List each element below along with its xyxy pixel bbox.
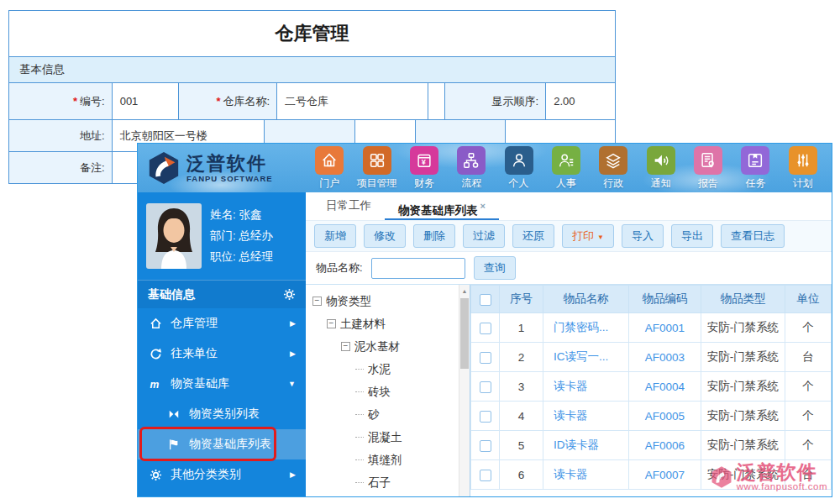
item-code-link[interactable]: AF0007 bbox=[645, 469, 685, 481]
sidebar-item-material-category-list[interactable]: 物资类别列表 bbox=[138, 399, 306, 429]
delete-button[interactable]: 删除 bbox=[413, 224, 455, 248]
sidebar-menu: 仓库管理 ▶ 往来单位 ▶ m 物资基础库 ▼ bbox=[138, 308, 306, 496]
item-name-input[interactable] bbox=[371, 258, 465, 279]
home-icon bbox=[315, 146, 344, 175]
nav-item-finance[interactable]: ¥ 财务 bbox=[402, 146, 446, 191]
table-row: 1 门禁密码... AF0001 安防-门禁系统 个 bbox=[471, 313, 832, 343]
tree-item-material-type[interactable]: −物资类型 bbox=[306, 290, 470, 312]
nav-item-project-management[interactable]: 项目管理 bbox=[355, 146, 399, 191]
user-title: 职位: 总经理 bbox=[210, 249, 273, 265]
item-name-link[interactable]: 门禁密码... bbox=[554, 321, 608, 333]
item-type-cell: 安防-门禁系统 bbox=[701, 431, 785, 460]
table-row: 4 读卡器 AF0005 安防-门禁系统 个 bbox=[471, 402, 832, 431]
scrollbar-thumb[interactable] bbox=[460, 298, 469, 369]
form-spacer-cell bbox=[428, 83, 445, 119]
main-panel: 日常工作 物资基础库列表× 新增 修改 删除 过滤 还原 打印▼ 导入 导出 查… bbox=[306, 192, 832, 496]
tree-item-cement[interactable]: 水泥 bbox=[306, 358, 470, 381]
top-navbar: 泛普软件 FANPU SOFTWARE 门户 项目管理 ¥ 财务 bbox=[138, 144, 832, 192]
required-asterisk: * bbox=[216, 95, 220, 108]
nav-item-workflow[interactable]: 流程 bbox=[449, 146, 493, 191]
close-icon[interactable]: × bbox=[480, 201, 486, 211]
sidebar-section-basic-info[interactable]: 基础信息 bbox=[138, 280, 306, 308]
item-name-link[interactable]: 读卡器 bbox=[554, 409, 588, 422]
collapse-icon[interactable]: − bbox=[341, 342, 350, 351]
item-code-link[interactable]: AF0006 bbox=[645, 439, 685, 452]
tree-item-grout[interactable]: 填缝剂 bbox=[306, 449, 470, 471]
display-order-field[interactable]: 2.00 bbox=[546, 83, 615, 119]
code-field[interactable]: 001 bbox=[113, 83, 180, 119]
nav-item-hr[interactable]: 人事 bbox=[544, 146, 588, 191]
nav-item-notice[interactable]: 通知 bbox=[639, 146, 683, 191]
layers-icon bbox=[599, 146, 627, 175]
row-checkbox[interactable] bbox=[480, 411, 491, 423]
unit-cell: 个 bbox=[785, 431, 832, 460]
tree-item-civil-materials[interactable]: −土建材料 bbox=[306, 312, 470, 335]
row-checkbox[interactable] bbox=[480, 323, 491, 334]
tree-scrollbar[interactable]: ▲ bbox=[459, 285, 470, 496]
unit-cell: 个 bbox=[785, 372, 832, 402]
tree-item-sand[interactable]: 砂 bbox=[306, 403, 470, 426]
item-name-link[interactable]: IC读写一... bbox=[554, 350, 608, 363]
row-checkbox[interactable] bbox=[480, 352, 491, 364]
fanpu-logo-icon bbox=[146, 150, 181, 186]
item-code-link[interactable]: AF0004 bbox=[645, 381, 685, 393]
nav-item-portal[interactable]: 门户 bbox=[307, 146, 351, 191]
item-name-link[interactable]: ID读卡器 bbox=[554, 438, 599, 451]
item-code-link[interactable]: AF0001 bbox=[645, 322, 685, 334]
tree-item-masonry-base[interactable]: −泥水基材 bbox=[306, 335, 470, 358]
nav-item-plan[interactable]: 计划 bbox=[781, 146, 825, 191]
item-code-link[interactable]: AF0003 bbox=[645, 351, 685, 364]
restore-button[interactable]: 还原 bbox=[512, 224, 554, 248]
export-button[interactable]: 导出 bbox=[671, 224, 713, 248]
nav-item-admin[interactable]: 行政 bbox=[591, 146, 635, 191]
row-checkbox[interactable] bbox=[480, 381, 491, 393]
chevron-down-icon: ▼ bbox=[288, 380, 296, 388]
add-button[interactable]: 新增 bbox=[314, 224, 356, 248]
required-asterisk: * bbox=[73, 95, 77, 108]
col-item-type: 物品类型 bbox=[701, 286, 785, 313]
search-bar: 物品名称: 查询 bbox=[306, 252, 832, 285]
edit-button[interactable]: 修改 bbox=[364, 224, 406, 248]
grid-icon bbox=[363, 146, 391, 175]
gear-icon[interactable] bbox=[283, 288, 296, 301]
table-header-row: 序号 物品名称 物品编码 物品类型 单位 bbox=[471, 286, 832, 313]
tree-item-brick[interactable]: 砖块 bbox=[306, 381, 470, 403]
sidebar-item-other-categories[interactable]: 其他分类类别 ▶ bbox=[138, 459, 306, 490]
nav-item-report[interactable]: 报告 bbox=[686, 146, 730, 191]
item-type-cell: 安防-门禁系统 bbox=[701, 372, 785, 402]
screen: 仓库管理 基本信息 *编号: 001 *仓库名称: 二号仓库 显示顺序: 2.0… bbox=[0, 0, 840, 504]
tab-material-base-list[interactable]: 物资基础库列表× bbox=[385, 192, 499, 220]
item-name-link[interactable]: 读卡器 bbox=[554, 380, 588, 392]
row-checkbox[interactable] bbox=[480, 470, 491, 481]
item-code-link[interactable]: AF0005 bbox=[645, 410, 685, 423]
tab-daily-work[interactable]: 日常工作 bbox=[312, 192, 385, 220]
sidebar-item-material-base[interactable]: m 物资基础库 ▼ bbox=[138, 369, 306, 399]
tree-item-steel[interactable]: −钢材 bbox=[306, 494, 470, 496]
serial-cell: 6 bbox=[500, 460, 543, 490]
select-all-checkbox[interactable] bbox=[480, 294, 491, 306]
print-button[interactable]: 打印▼ bbox=[562, 224, 614, 248]
query-button[interactable]: 查询 bbox=[474, 256, 516, 280]
view-log-button[interactable]: 查看日志 bbox=[721, 224, 785, 248]
form-section-basic-info: 基本信息 bbox=[9, 56, 615, 82]
row-checkbox[interactable] bbox=[480, 440, 491, 452]
chevron-right-icon: ▶ bbox=[290, 470, 296, 479]
collapse-icon[interactable]: − bbox=[327, 319, 336, 328]
item-name-link[interactable]: 读卡器 bbox=[554, 468, 588, 480]
sidebar-item-material-base-list[interactable]: 物资基础库列表 bbox=[138, 429, 306, 459]
nav-item-personal[interactable]: 个人 bbox=[497, 146, 541, 191]
tree-branch-line bbox=[355, 437, 364, 438]
collapse-icon[interactable]: − bbox=[312, 297, 322, 306]
tree-item-gravel[interactable]: 石子 bbox=[306, 471, 470, 494]
filter-button[interactable]: 过滤 bbox=[463, 224, 505, 248]
money-icon: ¥ bbox=[410, 146, 438, 175]
user-profile: 姓名: 张鑫 部门: 总经办 职位: 总经理 bbox=[138, 192, 306, 280]
sidebar-item-warehouse-management[interactable]: 仓库管理 ▶ bbox=[138, 308, 306, 339]
warehouse-name-field[interactable]: 二号仓库 bbox=[277, 83, 428, 119]
m-icon: m bbox=[148, 378, 163, 391]
import-button[interactable]: 导入 bbox=[622, 224, 664, 248]
nav-item-task[interactable]: 任务 bbox=[733, 146, 777, 191]
tree-item-concrete[interactable]: 混凝土 bbox=[306, 426, 470, 449]
scroll-up-icon[interactable]: ▲ bbox=[459, 285, 470, 294]
sidebar-item-business-partners[interactable]: 往来单位 ▶ bbox=[138, 339, 306, 369]
